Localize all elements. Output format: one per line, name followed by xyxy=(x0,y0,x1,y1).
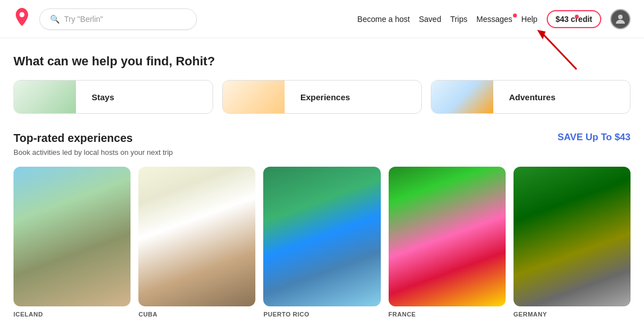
experiences-thumbnail xyxy=(223,81,285,113)
exp-country-iceland: ICELAND xyxy=(13,311,130,318)
exp-card-france[interactable]: FRANCE xyxy=(389,167,506,318)
avatar-icon xyxy=(614,12,627,26)
section-title: Top-rated experiences xyxy=(13,132,133,145)
exp-country-cuba: CUBA xyxy=(138,311,255,318)
exp-country-puertorico: PUERTO RICO xyxy=(263,311,380,318)
airbnb-logo[interactable] xyxy=(13,8,30,30)
categories-row: Stays Experiences Adventures xyxy=(13,80,631,114)
search-icon: 🔍 xyxy=(50,15,60,24)
experiences-card[interactable]: Experiences xyxy=(222,80,422,114)
greeting-heading: What can we help you find, Rohit? xyxy=(13,54,631,69)
stays-card[interactable]: Stays xyxy=(13,80,213,114)
become-host-link[interactable]: Become a host xyxy=(357,15,409,24)
adventures-thumbnail xyxy=(431,81,493,113)
experiences-label: Experiences xyxy=(294,92,357,102)
search-bar[interactable]: 🔍 Try "Berlin" xyxy=(39,8,197,30)
messages-link[interactable]: Messages xyxy=(476,15,512,24)
exp-card-puertorico[interactable]: PUERTO RICO xyxy=(263,167,380,318)
section-header: Top-rated experiences SAVE Up To $43 xyxy=(13,132,631,145)
section-subtitle: Book activities led by local hosts on yo… xyxy=(13,148,631,157)
stays-thumbnail xyxy=(14,81,76,113)
save-banner: SAVE Up To $43 xyxy=(557,132,631,143)
experiences-grid: ICELAND CUBA PUERTO RICO FRANCE GERMANY xyxy=(13,167,631,318)
exp-img-france xyxy=(389,167,506,306)
trips-link[interactable]: Trips xyxy=(450,15,467,24)
exp-img-germany xyxy=(514,167,631,306)
search-placeholder: Try "Berlin" xyxy=(64,15,103,24)
user-avatar[interactable] xyxy=(610,9,631,29)
exp-card-germany[interactable]: GERMANY xyxy=(514,167,631,318)
stays-label: Stays xyxy=(85,92,121,102)
exp-img-iceland xyxy=(13,167,130,306)
credit-button[interactable]: $43 credit xyxy=(547,10,601,28)
adventures-label: Adventures xyxy=(502,92,562,102)
help-link[interactable]: Help xyxy=(521,15,538,24)
adventures-card[interactable]: Adventures xyxy=(431,80,631,114)
saved-link[interactable]: Saved xyxy=(419,15,442,24)
messages-notification-dot xyxy=(513,14,517,17)
exp-country-germany: GERMANY xyxy=(514,311,631,318)
main-content: What can we help you find, Rohit? Stays … xyxy=(0,38,644,318)
main-header: 🔍 Try "Berlin" Become a host Saved Trips… xyxy=(0,0,644,38)
exp-country-france: FRANCE xyxy=(389,311,506,318)
credit-amount: $43 credit xyxy=(556,15,592,24)
exp-card-iceland[interactable]: ICELAND xyxy=(13,167,130,318)
exp-img-cuba xyxy=(138,167,255,306)
svg-point-2 xyxy=(618,15,623,19)
credit-notification-dot xyxy=(575,15,579,19)
header-nav: Become a host Saved Trips Messages Help … xyxy=(357,9,631,29)
exp-img-puertorico xyxy=(263,167,380,306)
header-left: 🔍 Try "Berlin" xyxy=(13,8,197,30)
exp-card-cuba[interactable]: CUBA xyxy=(138,167,255,318)
